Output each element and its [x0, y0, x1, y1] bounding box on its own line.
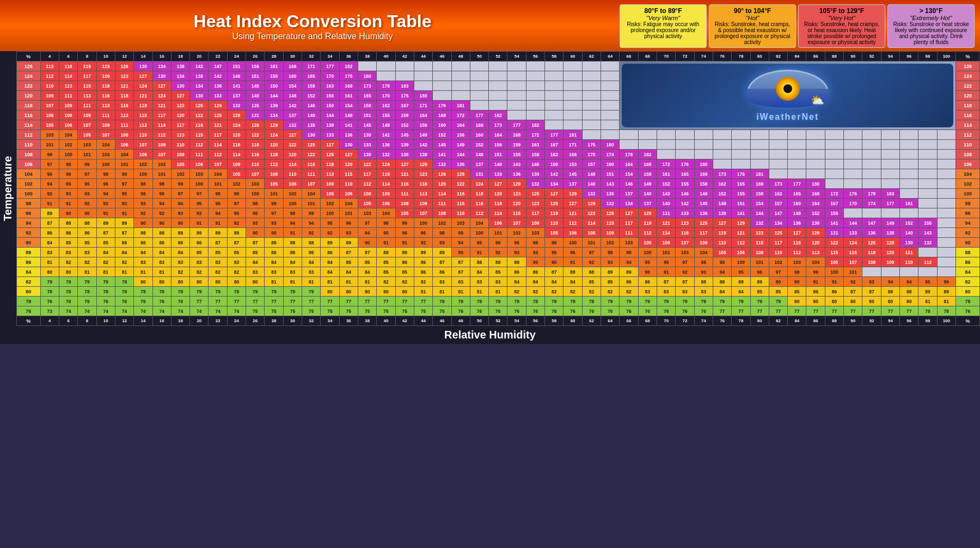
- heat-index-value: 89: [96, 218, 115, 228]
- heat-index-value: 108: [582, 228, 601, 238]
- table-cell-empty: [545, 110, 564, 120]
- heat-index-value: 75: [358, 306, 376, 316]
- heat-index-value: 74: [78, 306, 96, 316]
- temperature-axis-label: Temperature: [2, 156, 15, 221]
- heat-index-value: 92: [414, 238, 432, 248]
- heat-index-value: 101: [78, 150, 96, 159]
- humidity-header-56: 56: [526, 52, 544, 61]
- heat-index-value: 144: [321, 110, 339, 120]
- table-cell-empty: [918, 140, 937, 150]
- heat-index-value: 164: [414, 110, 432, 120]
- table-cell-empty: [507, 110, 526, 120]
- heat-index-value: 99: [302, 208, 321, 218]
- sub-title: Using Temperature and Relative Humidity: [5, 32, 620, 41]
- heat-index-value: 76: [115, 297, 133, 306]
- table-cell-empty: [769, 159, 787, 169]
- heat-index-value: 166: [564, 150, 582, 159]
- heat-index-value: 172: [451, 110, 470, 120]
- table-cell-empty: [564, 101, 582, 110]
- heat-index-value: 164: [489, 130, 507, 140]
- heat-index-value: 92: [489, 248, 507, 257]
- heat-index-value: 160: [283, 71, 302, 81]
- heat-index-value: 113: [171, 130, 189, 140]
- heat-index-value: 156: [414, 120, 432, 130]
- table-row: 9689909091919292939394959697989910010110…: [17, 208, 980, 218]
- heat-index-value: 97: [358, 218, 376, 228]
- heat-index-value: 79: [190, 287, 209, 297]
- heat-index-value: 134: [152, 61, 171, 71]
- heat-index-value: 81: [414, 287, 432, 297]
- heat-index-value: 93: [59, 189, 77, 199]
- heat-index-value: 84: [321, 257, 339, 267]
- humidity-header-8: 8: [78, 52, 96, 61]
- heat-index-value: 108: [750, 248, 769, 257]
- table-cell-empty: [582, 110, 601, 120]
- heat-index-value: 98: [246, 199, 265, 208]
- heat-index-value: 120: [227, 130, 246, 140]
- heat-index-value: 77: [750, 306, 769, 316]
- table-cell-empty: [545, 120, 564, 130]
- temp-end-88: 88: [955, 248, 979, 257]
- heat-index-value: 119: [545, 208, 564, 218]
- heat-index-value: 112: [40, 71, 59, 81]
- humidity-header-16: 16: [152, 52, 171, 61]
- heat-index-value: 86: [152, 238, 171, 248]
- table-cell-empty: [620, 140, 638, 150]
- heat-index-value: 136: [377, 140, 395, 150]
- heat-index-value: 177: [470, 110, 488, 120]
- heat-index-value: 156: [451, 130, 470, 140]
- temp-header-120: 120: [17, 91, 41, 101]
- heat-index-value: 82: [78, 257, 96, 267]
- temp-header-98: 98: [17, 199, 41, 208]
- humidity-footer-32: 32: [302, 316, 321, 326]
- table-cell-empty: [507, 81, 526, 91]
- heat-index-value: 126: [246, 120, 265, 130]
- heat-index-value: 127: [339, 150, 358, 159]
- heat-index-value: 85: [78, 238, 96, 248]
- heat-index-value: 182: [339, 61, 358, 71]
- heat-index-value: 82: [190, 267, 209, 277]
- heat-index-value: 84: [732, 287, 750, 297]
- heat-index-value: 143: [918, 228, 937, 238]
- heat-index-value: 172: [825, 189, 843, 199]
- heat-index-value: 86: [283, 248, 302, 257]
- heat-index-value: 107: [152, 150, 171, 159]
- table-cell-empty: [918, 208, 937, 218]
- temp-end-114: 114: [955, 120, 979, 130]
- table-cell-empty: [601, 130, 620, 140]
- heat-index-value: 91: [40, 199, 59, 208]
- heat-index-value: 83: [59, 248, 77, 257]
- heat-index-value: 115: [601, 218, 620, 228]
- heat-index-value: 118: [489, 199, 507, 208]
- humidity-header-80: 80: [750, 52, 769, 61]
- heat-index-value: 78: [507, 297, 526, 306]
- temp-header-78: 78: [17, 297, 41, 306]
- heat-index-value: 180: [694, 159, 713, 169]
- heat-index-value: 180: [806, 179, 825, 189]
- heat-index-value: 120: [507, 199, 526, 208]
- humidity-footer-98: 98: [918, 316, 937, 326]
- heat-index-value: 90: [134, 218, 152, 228]
- heat-index-value: 105: [545, 228, 564, 238]
- heat-index-value: 75: [321, 306, 339, 316]
- humidity-header-54: 54: [507, 52, 526, 61]
- heat-index-value: 89: [227, 228, 246, 238]
- heat-index-value: 103: [40, 130, 59, 140]
- heat-index-value: 86: [78, 228, 96, 238]
- heat-index-value: 93: [265, 218, 283, 228]
- heat-index-value: 76: [171, 297, 189, 306]
- heat-index-value: 77: [732, 306, 750, 316]
- heat-index-value: 178: [620, 150, 638, 159]
- table-cell-empty: [844, 208, 862, 218]
- heat-index-value: 84: [171, 248, 189, 257]
- heat-index-value: 136: [788, 218, 806, 228]
- heat-index-value: 81: [451, 287, 470, 297]
- heat-index-value: 85: [246, 248, 265, 257]
- table-cell-empty: [806, 159, 825, 169]
- heat-index-value: 96: [489, 238, 507, 248]
- heat-index-value: 89: [209, 228, 227, 238]
- heat-index-value: 114: [209, 140, 227, 150]
- heat-index-value: 91: [657, 267, 675, 277]
- heat-index-value: 93: [433, 238, 451, 248]
- heat-index-value: 108: [265, 169, 283, 179]
